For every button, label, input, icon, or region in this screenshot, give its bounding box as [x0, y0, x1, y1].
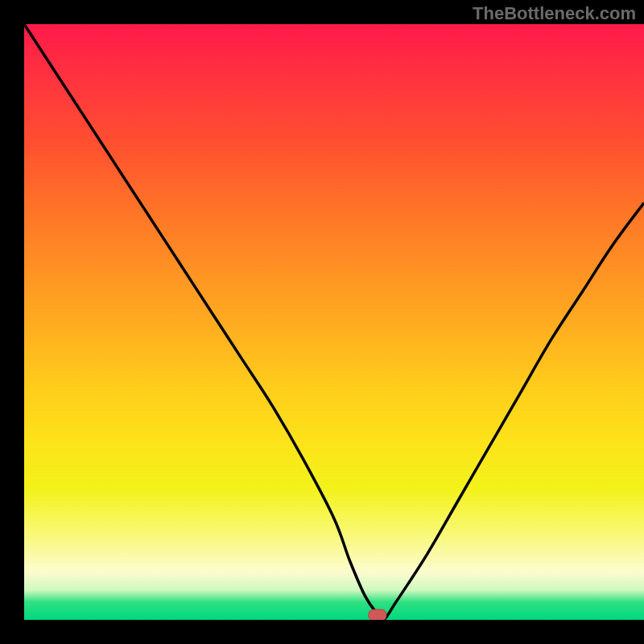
- bottleneck-curve-path: [24, 24, 644, 620]
- attribution-text: TheBottleneck.com: [473, 3, 636, 24]
- optimal-point-marker: [369, 609, 386, 620]
- plot-area: [24, 24, 644, 620]
- bottleneck-chart: [24, 24, 644, 620]
